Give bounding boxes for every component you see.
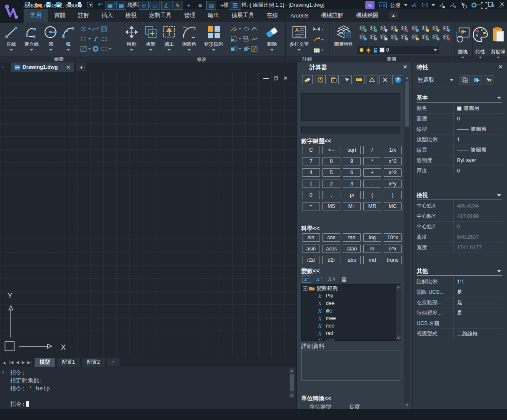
layer-lock-icon[interactable] xyxy=(420,25,430,32)
calc-key[interactable]: x^2 xyxy=(384,157,402,165)
property-row[interactable]: 中心點Z0 xyxy=(417,222,503,232)
chevron-down-icon[interactable] xyxy=(497,57,500,58)
tab-view[interactable]: 檢視 xyxy=(119,9,143,22)
calc-key[interactable]: - xyxy=(363,180,381,188)
calc-key[interactable]: tan xyxy=(343,233,361,242)
fillet-button[interactable]: 倒圓角 xyxy=(178,22,200,52)
property-row[interactable]: 顏色隨圖層 xyxy=(417,103,503,114)
tab-output[interactable]: 輸出 xyxy=(202,9,225,22)
expand-command-icon[interactable]: ▲ xyxy=(2,360,7,365)
chevron-down-icon[interactable] xyxy=(30,49,33,51)
toggle-value-icon[interactable] xyxy=(460,75,470,85)
property-row[interactable]: 每個視埠...是 xyxy=(417,308,503,318)
variable-item[interactable]: Xnee xyxy=(302,322,401,330)
dimension-icon[interactable] xyxy=(313,26,320,32)
leader-icon[interactable] xyxy=(313,37,320,43)
fullscreen-icon[interactable] xyxy=(481,2,487,9)
chevron-down-icon[interactable] xyxy=(67,49,70,51)
snap-grid-icon[interactable]: ▦ xyxy=(105,1,115,10)
layout-tab-layout2[interactable]: 配置2 xyxy=(82,358,105,367)
property-row[interactable]: 註解比例1:1 xyxy=(417,277,503,287)
property-row[interactable]: 圖層0 xyxy=(417,114,503,124)
trim-icon[interactable] xyxy=(230,26,237,32)
prev-layout-icon[interactable]: ◀ xyxy=(16,360,19,365)
units-label[interactable]: 公釐 xyxy=(390,2,401,9)
wipeout-icon[interactable] xyxy=(100,36,107,42)
chevron-down-icon[interactable] xyxy=(88,28,91,30)
calc-key[interactable]: x^3 xyxy=(384,168,402,177)
calc-key[interactable]: 7 xyxy=(302,157,320,165)
variable-item[interactable]: kPhi xyxy=(302,292,401,300)
erase-button[interactable]: 刪除 xyxy=(262,22,282,52)
layout-tab-layout1[interactable]: 配置1 xyxy=(57,358,80,367)
scurve-icon[interactable] xyxy=(92,36,99,42)
section-basic[interactable]: 基本 xyxy=(417,94,502,102)
chevron-down-icon[interactable] xyxy=(479,57,482,58)
variable-item[interactable]: Xdee xyxy=(302,300,401,307)
chevron-down-icon[interactable] xyxy=(149,49,152,51)
first-layout-icon[interactable]: |◀ xyxy=(9,360,13,365)
property-row[interactable]: 厚度0 xyxy=(417,166,503,176)
layer-unlock-icon[interactable] xyxy=(430,25,440,32)
chevron-down-icon[interactable] xyxy=(432,4,435,6)
calc-key[interactable]: pi xyxy=(343,191,361,199)
vp-minimize-button[interactable]: — xyxy=(263,75,269,81)
grid-display-icon[interactable]: ▦ xyxy=(116,1,126,10)
calc-key[interactable]: rnd xyxy=(363,256,381,264)
intersection-icon[interactable] xyxy=(380,75,390,84)
chevron-down-icon[interactable] xyxy=(450,79,454,81)
calc-key[interactable]: 6 xyxy=(343,168,361,177)
mtext-button[interactable]: A 多行文字 xyxy=(287,22,311,54)
selection-cycling-icon[interactable] xyxy=(460,2,467,9)
scroll-down-icon[interactable]: ▼ xyxy=(404,402,410,408)
layer-dropdown[interactable]: 0 xyxy=(357,46,440,54)
command-line-panel[interactable]: ✕ 指令: 指定對角點: 指令: '_help 指令: ▲ ▼ xyxy=(0,367,296,409)
calc-key[interactable]: abs xyxy=(343,256,361,264)
app-logo[interactable] xyxy=(0,0,23,23)
calc-key[interactable]: * xyxy=(363,157,381,165)
command-input[interactable]: 指令: xyxy=(10,400,29,408)
table-icon[interactable] xyxy=(313,47,320,53)
calc-key[interactable]: log xyxy=(363,233,381,242)
undo-icon[interactable]: ↶ xyxy=(97,1,104,8)
points-icon[interactable] xyxy=(80,36,87,42)
property-row[interactable]: 在原點顯...是 xyxy=(417,298,503,308)
dynamic-ucs-icon[interactable]: + xyxy=(184,1,194,10)
clipboard-button[interactable]: 剪貼簿 xyxy=(489,22,507,58)
chevron-down-icon[interactable] xyxy=(321,29,324,30)
chevron-down-icon[interactable] xyxy=(433,49,437,51)
history-icon[interactable] xyxy=(315,75,326,84)
calc-key[interactable]: 4 xyxy=(302,168,320,177)
chevron-down-icon[interactable] xyxy=(130,49,133,51)
drawing-tab[interactable]: DWG Drawing1.dwg ✕ xyxy=(11,62,74,72)
layer-prev-icon[interactable] xyxy=(389,33,398,40)
variables-tree[interactable]: − 變數範例 kPhi Xdee Xille Xmee Xnee Xrad Xv… xyxy=(301,284,401,341)
tab-home[interactable]: 常用 xyxy=(24,9,48,22)
calc-key[interactable]: C xyxy=(302,146,320,154)
property-row[interactable]: 寬度1741.6177 xyxy=(417,242,503,253)
property-row[interactable]: 中心點Y417.0199 xyxy=(417,211,503,222)
chevron-down-icon[interactable] xyxy=(88,38,91,40)
explode-icon[interactable] xyxy=(242,46,250,52)
scroll-up-icon[interactable]: ▲ xyxy=(289,368,295,373)
layer-freeze-icon[interactable] xyxy=(399,25,409,32)
new-drawing-tab-button[interactable]: + xyxy=(76,63,86,71)
calc-key[interactable]: M+ xyxy=(343,202,361,210)
calc-key[interactable]: trunc xyxy=(384,256,402,264)
layer-unisolate-icon[interactable] xyxy=(389,25,398,32)
calc-key[interactable]: MC xyxy=(384,202,402,210)
layer-thaw-icon[interactable] xyxy=(410,25,419,32)
chevron-down-icon[interactable] xyxy=(239,48,241,50)
stretch-button[interactable]: 擠出 xyxy=(160,22,178,52)
section-scientific[interactable]: 科學<< xyxy=(301,225,320,232)
calc-key[interactable]: . xyxy=(322,191,340,199)
measure-angle-icon[interactable] xyxy=(367,75,377,84)
move-button[interactable]: 移動 xyxy=(122,22,141,52)
calc-key[interactable]: ( xyxy=(363,191,381,199)
transparency-icon[interactable]: ▨ xyxy=(206,1,216,10)
chevron-down-icon[interactable] xyxy=(187,49,191,51)
vp-close-button[interactable]: ✕ xyxy=(283,75,288,81)
scrollbar-thumb[interactable] xyxy=(290,374,294,391)
calc-key[interactable]: 1 xyxy=(302,180,320,188)
variable-item[interactable]: Xrad xyxy=(302,330,401,337)
